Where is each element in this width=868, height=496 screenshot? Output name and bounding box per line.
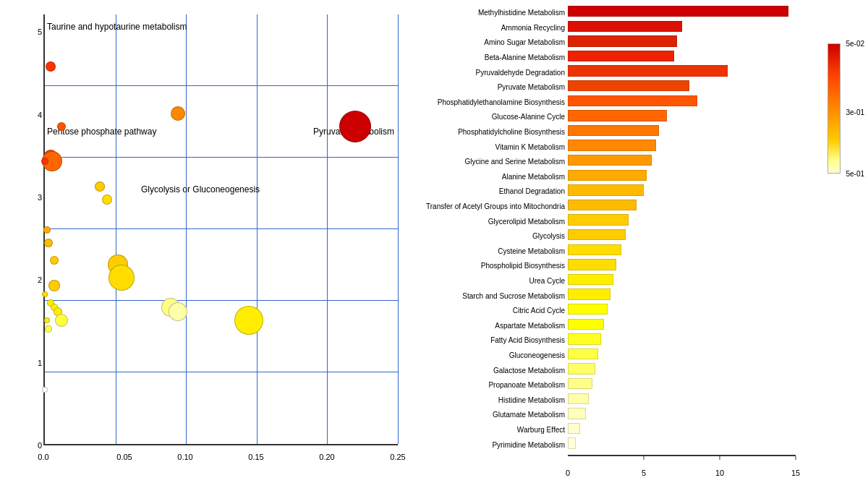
legend-label-mid: 3e-01	[846, 108, 864, 116]
bubble-23	[42, 387, 48, 393]
bar-17	[568, 259, 616, 270]
bar-21	[568, 319, 604, 330]
bar-label-15: Glycolysis	[532, 229, 565, 244]
bar-23	[568, 349, 598, 359]
bar-label-3: Beta-Alanine Metabolism	[485, 51, 565, 66]
bubble-2	[57, 122, 66, 131]
bubble-7	[44, 239, 53, 247]
x-tick-5: 0.25	[390, 453, 405, 461]
bubble-1	[171, 106, 185, 121]
y-tick-0: 0	[38, 441, 42, 450]
bar-label-17: Phospholipid Biosynthesis	[481, 259, 565, 274]
bar-label-4: Pyruvaldehyde Degradation	[476, 65, 565, 80]
bar-label-25: Propanoate Metabolism	[488, 378, 565, 393]
bar-8	[568, 125, 659, 136]
legend-label-top: 5e-02	[846, 40, 864, 48]
bar-chart: Methylhistidine MetabolismAmmonia Recycl…	[405, 0, 799, 496]
bar-6	[568, 95, 697, 106]
bar-5	[568, 80, 689, 91]
bar-label-16: Cysteine Metabolism	[498, 244, 565, 260]
bar-3	[568, 51, 674, 61]
bar-14	[568, 214, 629, 225]
bar-label-10: Glycine and Serine Metabolism	[465, 155, 565, 170]
bubble-25	[169, 302, 187, 321]
bar-22	[568, 333, 601, 344]
bar-0	[568, 6, 788, 17]
bar-28	[568, 423, 580, 434]
bubble-15	[234, 306, 263, 335]
bar-18	[568, 274, 613, 285]
bubble-8	[50, 256, 59, 265]
bar-label-1: Ammonia Recycling	[501, 21, 565, 36]
bar-label-2: Amino Sugar Metabolism	[484, 35, 565, 51]
bubble-16	[42, 291, 48, 297]
bar-label-20: Citric Acid Cycle	[513, 304, 565, 319]
bar-label-13: Transfer of Acetyl Groups into Mitochond…	[426, 200, 565, 215]
right-panel: Methylhistidine MetabolismAmmonia Recycl…	[405, 0, 868, 496]
bar-label-26: Histidine Metabolism	[498, 393, 565, 409]
bar-label-14: Glycerolipid Metabolism	[488, 214, 565, 229]
bar-label-11: Alanine Metabolism	[502, 170, 565, 185]
bar-label-29: Pyrimidine Metabolism	[492, 437, 565, 453]
bar-25	[568, 378, 592, 389]
y-tick-5: 5	[38, 27, 42, 36]
bar-label-8: Phosphatidylcholine Biosynthesis	[458, 125, 565, 140]
bubbles-container	[43, 14, 398, 445]
y-tick-2: 2	[38, 275, 42, 284]
bar-label-0: Methylhistidine Metabolism	[478, 6, 565, 21]
bubble-chart-panel: 0 1 2 3 4 5 0.0 0.05 0.10 0.15 0.20 0.25…	[0, 0, 405, 496]
bubble-11	[95, 181, 105, 192]
x-tick-3: 0.15	[248, 453, 263, 461]
bubble-14	[109, 265, 135, 291]
bar-4	[568, 65, 728, 76]
labels-container: Methylhistidine MetabolismAmmonia Recycl…	[409, 6, 566, 453]
bar-label-21: Aspartate Metabolism	[495, 319, 565, 334]
y-tick-4: 4	[38, 111, 42, 119]
bar-1	[568, 21, 682, 32]
y-tick-3: 3	[38, 193, 42, 202]
bar-label-19: Starch and Sucrose Metabolism	[462, 288, 565, 304]
bar-11	[568, 170, 647, 181]
bar-20	[568, 304, 608, 315]
bar-24	[568, 363, 595, 374]
bubble-12	[102, 194, 112, 205]
bar-label-24: Galactose Metabolism	[493, 363, 565, 378]
bubble-9	[48, 280, 60, 291]
bar-19	[568, 288, 610, 299]
bubble-22	[45, 325, 52, 333]
grid-v-5	[398, 14, 399, 444]
bar-26	[568, 393, 589, 404]
bar-label-22: Fatty Acid Biosynthesis	[490, 333, 565, 349]
bar-label-9: Vitamin K Metabolism	[495, 140, 565, 155]
x-tick-0: 0.0	[38, 453, 48, 461]
x-tick-1: 0.05	[116, 453, 132, 461]
bar-label-6: Phosphatidylethanolamine Biosynthesis	[438, 95, 565, 111]
bar-x-axis	[568, 455, 796, 456]
bubble-5	[41, 158, 48, 165]
bar-9	[568, 140, 656, 150]
bar-label-18: Urea Cycle	[529, 274, 565, 289]
bar-7	[568, 110, 667, 121]
bar-2	[568, 35, 677, 46]
bar-label-28: Warburg Effect	[517, 423, 565, 438]
bar-10	[568, 155, 652, 166]
x-tick-2: 0.10	[177, 453, 192, 461]
bubble-20	[55, 314, 68, 327]
legend: 5e-02 3e-01 5e-01	[799, 0, 868, 496]
bar-13	[568, 200, 637, 210]
legend-label-bot: 5e-01	[846, 170, 864, 178]
bubble-10	[339, 111, 371, 142]
bar-16	[568, 244, 621, 255]
y-tick-1: 1	[38, 359, 42, 367]
bar-label-12: Ethanol Degradation	[499, 184, 565, 200]
bar-27	[568, 408, 586, 419]
x-tick-4: 0.20	[319, 453, 334, 461]
bar-label-7: Glucose-Alanine Cycle	[492, 110, 565, 125]
bubble-6	[43, 226, 51, 234]
bubble-21	[44, 317, 50, 323]
legend-gradient	[827, 43, 841, 174]
bar-29	[568, 437, 576, 448]
bar-label-23: Gluconeogenesis	[509, 349, 565, 364]
bar-label-27: Glutamate Metabolism	[493, 408, 565, 423]
bars-container	[568, 6, 796, 453]
